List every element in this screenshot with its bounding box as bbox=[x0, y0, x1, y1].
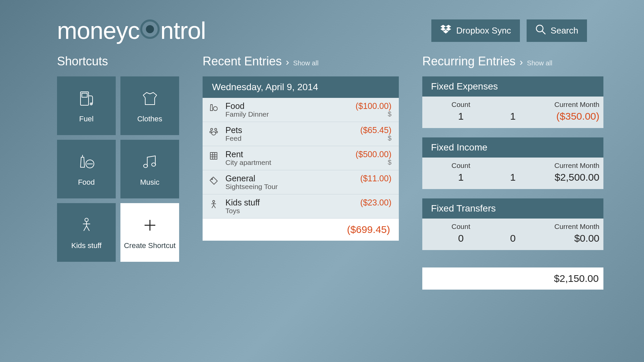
shortcut-label: Food bbox=[78, 178, 95, 187]
shortcut-tile-food[interactable]: Food bbox=[57, 140, 116, 198]
recurring-block[interactable]: Fixed TransfersCountCurrent Month00$0.00 bbox=[422, 198, 603, 250]
recent-entries-heading[interactable]: Recent Entries › Show all bbox=[203, 54, 399, 68]
shortcut-label: Fuel bbox=[79, 115, 94, 123]
logo-o-icon bbox=[140, 19, 160, 39]
entry-row[interactable]: PetsFeed($65.45)$ bbox=[203, 122, 399, 146]
entry-currency: $ bbox=[388, 110, 391, 118]
recurring-block[interactable]: Fixed IncomeCountCurrent Month11$2,500.0… bbox=[422, 137, 603, 189]
entries-date-header: Wednesday, April 9, 2014 bbox=[203, 76, 399, 98]
entry-row[interactable]: RentCity apartment($500.00)$ bbox=[203, 146, 399, 170]
svg-point-26 bbox=[213, 200, 215, 202]
entry-row[interactable]: Kids stuffToys($23.00) bbox=[203, 194, 399, 219]
dropbox-icon bbox=[440, 24, 451, 37]
svg-rect-5 bbox=[82, 93, 87, 97]
mid-value: 1 bbox=[499, 172, 526, 183]
kids-icon bbox=[77, 215, 96, 235]
current-month-header: Current Month bbox=[526, 223, 603, 231]
entry-subtext: Sightseeing Tour bbox=[225, 183, 356, 191]
chevron-right-icon: › bbox=[520, 56, 523, 68]
entry-category: General bbox=[225, 174, 356, 183]
recurring-entries-heading[interactable]: Recurring Entries › Show all bbox=[422, 54, 603, 68]
recurring-block-title: Fixed Transfers bbox=[422, 198, 603, 219]
entry-amount: ($11.00) bbox=[360, 174, 391, 183]
fuel-icon bbox=[77, 88, 96, 109]
search-icon bbox=[535, 24, 546, 37]
search-label: Search bbox=[551, 25, 578, 36]
entries-total: ($699.45) bbox=[203, 219, 399, 241]
shortcut-label: Kids stuff bbox=[71, 241, 101, 250]
create-shortcut-tile[interactable]: Create Shortcut bbox=[120, 203, 179, 262]
recent-show-all-link[interactable]: Show all bbox=[293, 59, 319, 67]
current-month-header: Current Month bbox=[526, 162, 603, 170]
shortcut-tile-kids[interactable]: Kids stuff bbox=[57, 203, 116, 262]
dropbox-sync-button[interactable]: Dropbox Sync bbox=[431, 19, 520, 42]
recurring-block-title: Fixed Expenses bbox=[422, 76, 603, 97]
month-value: $0.00 bbox=[526, 233, 603, 244]
entry-category: Kids stuff bbox=[225, 198, 356, 207]
mid-value: 0 bbox=[499, 233, 526, 244]
shortcut-label: Clothes bbox=[137, 115, 162, 123]
count-value: 1 bbox=[422, 111, 499, 122]
music-icon bbox=[141, 152, 159, 172]
pets-icon bbox=[209, 125, 221, 142]
svg-point-2 bbox=[536, 25, 543, 32]
svg-rect-20 bbox=[210, 153, 217, 159]
entry-amount: ($500.00) bbox=[356, 149, 391, 159]
shortcuts-heading: Shortcuts bbox=[57, 54, 179, 68]
clothes-icon bbox=[141, 88, 159, 109]
entry-subtext: Family Dinner bbox=[225, 110, 351, 118]
shortcut-label: Music bbox=[140, 178, 159, 187]
entry-category: Rent bbox=[225, 149, 351, 159]
entry-amount: ($23.00) bbox=[360, 198, 391, 207]
entry-subtext: Toys bbox=[225, 207, 356, 215]
count-header: Count bbox=[422, 162, 499, 170]
entry-row[interactable]: GeneralSightseeing Tour($11.00) bbox=[203, 170, 399, 194]
recurring-block[interactable]: Fixed ExpensesCountCurrent Month11($350.… bbox=[422, 76, 603, 128]
svg-point-16 bbox=[215, 128, 217, 130]
recurring-total: $2,150.00 bbox=[422, 267, 603, 290]
svg-point-14 bbox=[213, 107, 217, 111]
rent-icon bbox=[209, 149, 221, 167]
dropbox-sync-label: Dropbox Sync bbox=[456, 25, 511, 36]
count-value: 1 bbox=[422, 172, 499, 183]
svg-point-19 bbox=[212, 132, 216, 135]
kids-icon bbox=[209, 198, 221, 215]
count-value: 0 bbox=[422, 233, 499, 244]
entry-amount: ($65.45) bbox=[360, 125, 391, 135]
entry-row[interactable]: FoodFamily Dinner($100.00)$ bbox=[203, 98, 399, 122]
entry-currency: $ bbox=[388, 134, 391, 142]
count-header: Count bbox=[422, 101, 499, 109]
recurring-block-title: Fixed Income bbox=[422, 137, 603, 158]
entry-category: Food bbox=[225, 101, 351, 111]
create-shortcut-label: Create Shortcut bbox=[124, 241, 175, 250]
shortcut-tile-clothes[interactable]: Clothes bbox=[120, 76, 179, 135]
entry-currency: $ bbox=[388, 159, 391, 166]
month-value: ($350.00) bbox=[526, 111, 603, 122]
svg-point-18 bbox=[216, 131, 218, 133]
svg-point-1 bbox=[146, 25, 154, 33]
svg-point-25 bbox=[211, 178, 213, 180]
general-icon bbox=[209, 174, 221, 191]
food-icon bbox=[209, 101, 221, 118]
logo-ntrol: ntrol bbox=[160, 17, 206, 44]
svg-point-17 bbox=[210, 131, 212, 133]
svg-point-11 bbox=[85, 218, 88, 222]
shortcut-tile-fuel[interactable]: Fuel bbox=[57, 76, 116, 135]
svg-point-15 bbox=[211, 128, 213, 130]
logo-money: money bbox=[57, 17, 128, 44]
entry-subtext: City apartment bbox=[225, 159, 351, 167]
entry-subtext: Feed bbox=[225, 134, 356, 142]
mid-value: 1 bbox=[499, 111, 526, 122]
plus-icon bbox=[143, 215, 157, 235]
month-value: $2,500.00 bbox=[526, 172, 603, 183]
count-header: Count bbox=[422, 223, 499, 231]
search-button[interactable]: Search bbox=[527, 19, 587, 42]
entry-category: Pets bbox=[225, 125, 356, 135]
entry-amount: ($100.00) bbox=[356, 101, 391, 111]
logo-c: c bbox=[128, 17, 140, 44]
app-logo: money c ntrol bbox=[57, 17, 206, 44]
food-icon bbox=[77, 152, 96, 172]
shortcut-tile-music[interactable]: Music bbox=[120, 140, 179, 198]
recurring-show-all-link[interactable]: Show all bbox=[527, 59, 552, 67]
current-month-header: Current Month bbox=[526, 101, 603, 109]
